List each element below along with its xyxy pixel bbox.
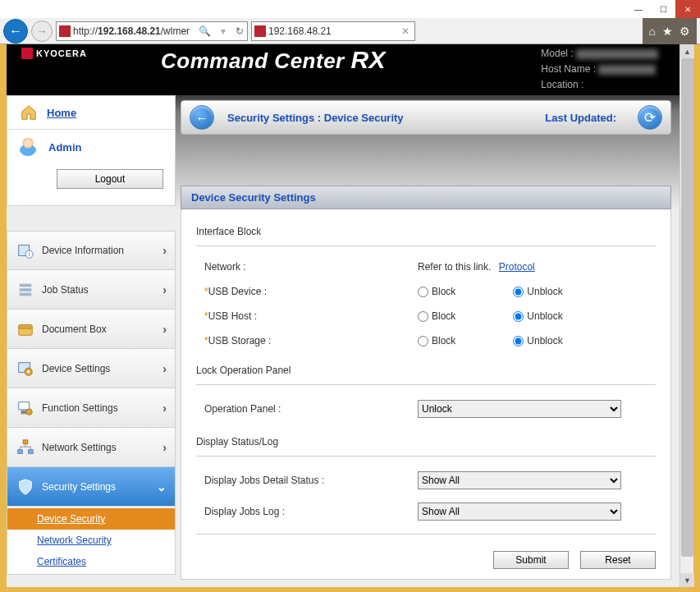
- row-operation-panel: Operation Panel : Unlock: [196, 393, 656, 424]
- sidebar-item-device-information[interactable]: i Device Information ›: [7, 231, 176, 270]
- usb-storage-unblock-radio[interactable]: Unblock: [513, 335, 562, 346]
- browser-tab[interactable]: 192.168.48.21 ✕: [251, 21, 415, 41]
- sidebar-item-network-settings[interactable]: Network Settings ›: [7, 428, 176, 467]
- user-avatar-icon: [19, 138, 37, 156]
- hostname-value: [598, 65, 656, 75]
- content-back-button[interactable]: ←: [190, 105, 214, 130]
- scroll-thumb[interactable]: [681, 58, 693, 557]
- document-box-icon: [16, 319, 35, 339]
- row-usb-storage: *USB Storage : Block Unblock: [196, 328, 656, 353]
- content-area: ← Security Settings : Device Security La…: [176, 95, 679, 587]
- sidebar-item-document-box[interactable]: Document Box ›: [7, 310, 176, 349]
- sub-item-network-security[interactable]: Network Security: [7, 530, 175, 551]
- sidebar-item-job-status[interactable]: Job Status ›: [7, 270, 176, 310]
- usb-device-block-radio[interactable]: Block: [418, 286, 455, 297]
- chevron-down-icon: ⌄: [157, 480, 167, 493]
- sidebar-item-label: Device Settings: [42, 363, 110, 374]
- svg-point-13: [26, 408, 32, 414]
- usb-storage-label: *USB Storage :: [204, 335, 418, 346]
- sidebar-home[interactable]: Home: [7, 96, 175, 130]
- sub-item-certificates[interactable]: Certificates: [7, 551, 175, 572]
- site-favicon-icon: [59, 25, 71, 37]
- logout-button[interactable]: Logout: [57, 169, 163, 189]
- settings-gear-icon[interactable]: ⚙: [679, 25, 690, 38]
- shield-icon: [16, 477, 35, 497]
- display-log-label: Display Jobs Log :: [204, 506, 418, 517]
- content-refresh-button[interactable]: ⟳: [638, 105, 662, 130]
- svg-rect-5: [20, 292, 32, 296]
- usb-host-label: *USB Host :: [204, 310, 418, 322]
- address-bar[interactable]: http://192.168.48.21/wlmer 🔍 ▾ ↻: [56, 21, 248, 41]
- network-refer-text: Refer to this link. Protocol: [418, 261, 535, 273]
- location-label: Location :: [541, 79, 583, 90]
- vertical-scrollbar[interactable]: ▲ ▼: [679, 44, 693, 587]
- home-link-text: Home: [47, 107, 76, 119]
- sidebar: Home Admin Logout i Device Information: [7, 95, 176, 587]
- tab-close-icon[interactable]: ✕: [401, 25, 409, 37]
- section-interface-block: Interface Block: [196, 221, 656, 242]
- chevron-right-icon: ›: [162, 362, 167, 375]
- model-label: Model :: [541, 48, 573, 59]
- display-detail-select[interactable]: Show All: [418, 471, 621, 489]
- section-display-status-log: Display Status/Log: [196, 431, 656, 452]
- svg-point-10: [27, 369, 30, 373]
- usb-host-unblock-radio[interactable]: Unblock: [513, 310, 562, 322]
- sidebar-item-label: Device Information: [42, 245, 124, 256]
- sidebar-item-label: Function Settings: [42, 402, 118, 414]
- sidebar-item-device-settings[interactable]: Device Settings ›: [7, 349, 176, 388]
- home-icon: [19, 103, 39, 122]
- sidebar-item-label: Document Box: [42, 324, 107, 335]
- sub-item-device-security[interactable]: Device Security: [7, 508, 175, 530]
- chevron-right-icon: ›: [162, 244, 167, 257]
- display-detail-label: Display Jobs Detail Status :: [204, 475, 418, 486]
- last-updated-label: Last Updated:: [545, 112, 625, 124]
- browser-forward-button[interactable]: →: [31, 21, 53, 42]
- usb-storage-block-radio[interactable]: Block: [418, 335, 455, 346]
- window-close-button[interactable]: ✕: [675, 0, 700, 18]
- tab-favicon-icon: [254, 25, 266, 37]
- operation-panel-label: Operation Panel :: [204, 403, 418, 415]
- display-log-select[interactable]: Show All: [418, 503, 621, 521]
- chevron-right-icon: ›: [162, 441, 167, 454]
- sidebar-item-label: Security Settings: [42, 481, 116, 493]
- device-settings-icon: [16, 359, 35, 379]
- reload-icon[interactable]: ↻: [236, 25, 244, 37]
- breadcrumb-text: Security Settings : Device Security: [227, 112, 404, 124]
- operation-panel-select[interactable]: Unlock: [418, 400, 621, 418]
- protocol-link[interactable]: Protocol: [499, 261, 535, 273]
- sidebar-admin: Admin: [7, 130, 175, 161]
- chevron-right-icon: ›: [162, 402, 167, 415]
- search-icon[interactable]: 🔍: [199, 25, 211, 37]
- home-icon[interactable]: ⌂: [649, 25, 656, 38]
- app-header: KYOCERA Command Center RX Model : Host N…: [7, 44, 679, 95]
- row-usb-device: *USB Device : Block Unblock: [196, 279, 656, 304]
- svg-rect-15: [18, 449, 23, 453]
- usb-device-unblock-radio[interactable]: Unblock: [513, 286, 562, 297]
- reset-button[interactable]: Reset: [580, 551, 656, 569]
- scroll-up-arrow[interactable]: ▲: [680, 44, 694, 58]
- scroll-down-arrow[interactable]: ▼: [680, 573, 694, 587]
- svg-rect-3: [20, 283, 32, 287]
- window-titlebar: — ☐ ✕: [0, 0, 700, 18]
- svg-rect-11: [19, 402, 30, 409]
- sidebar-item-security-settings[interactable]: Security Settings ⌄: [7, 467, 176, 507]
- window-minimize-button[interactable]: —: [626, 0, 651, 18]
- row-network: Network : Refer to this link. Protocol: [196, 255, 656, 279]
- svg-rect-16: [29, 449, 33, 453]
- model-value: [576, 49, 658, 59]
- browser-back-button[interactable]: ←: [3, 19, 28, 44]
- row-usb-host: *USB Host : Block Unblock: [196, 304, 656, 328]
- function-settings-icon: [16, 398, 35, 418]
- admin-label: Admin: [48, 141, 81, 154]
- sidebar-item-function-settings[interactable]: Function Settings ›: [7, 388, 176, 428]
- favorites-icon[interactable]: ★: [662, 25, 673, 38]
- breadcrumb-bar: ← Security Settings : Device Security La…: [181, 100, 671, 135]
- submit-button[interactable]: Submit: [493, 551, 569, 569]
- kyocera-symbol-icon: [21, 48, 33, 59]
- chevron-right-icon: ›: [162, 323, 167, 336]
- browser-toolbar: ← → http://192.168.48.21/wlmer 🔍 ▾ ↻ 192…: [0, 18, 700, 44]
- address-separator: ▾: [217, 25, 229, 37]
- svg-rect-14: [23, 439, 28, 443]
- window-maximize-button[interactable]: ☐: [651, 0, 675, 18]
- usb-host-block-radio[interactable]: Block: [418, 310, 455, 322]
